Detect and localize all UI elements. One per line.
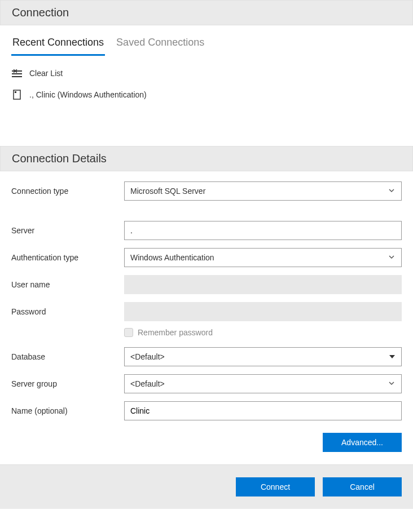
server-label: Server <box>11 226 124 235</box>
server-group-value: <Default> <box>130 379 165 388</box>
database-value: <Default> <box>130 352 165 361</box>
database-label: Database <box>11 352 124 361</box>
chevron-down-icon <box>388 253 395 262</box>
tab-saved-label: Saved Connections <box>116 37 204 48</box>
connection-details-form: Connection type Microsoft SQL Server Ser… <box>0 171 413 420</box>
connection-type-value: Microsoft SQL Server <box>130 187 205 196</box>
connection-type-label: Connection type <box>11 187 124 196</box>
chevron-down-icon <box>388 379 395 388</box>
password-input <box>124 302 402 321</box>
connection-title: Connection <box>12 6 69 19</box>
server-group-select[interactable]: <Default> <box>124 374 402 393</box>
connection-details-title: Connection Details <box>12 152 107 165</box>
username-label: User name <box>11 280 124 289</box>
advanced-button[interactable]: Advanced... <box>323 433 402 452</box>
name-label: Name (optional) <box>11 406 124 415</box>
clear-list-icon <box>11 68 23 78</box>
server-icon <box>11 90 23 100</box>
remember-password-checkbox <box>124 328 133 337</box>
cancel-button-label: Cancel <box>350 482 375 491</box>
clear-list-label: Clear List <box>29 69 63 78</box>
tab-recent-connections[interactable]: Recent Connections <box>11 33 105 56</box>
tab-saved-connections[interactable]: Saved Connections <box>115 33 205 56</box>
connection-details-header: Connection Details <box>0 146 413 171</box>
username-input <box>124 275 402 294</box>
auth-type-select[interactable]: Windows Authentication <box>124 248 402 267</box>
connection-type-select[interactable]: Microsoft SQL Server <box>124 181 402 201</box>
tabs: Recent Connections Saved Connections <box>0 25 413 56</box>
footer: Connect Cancel <box>0 464 413 509</box>
server-input[interactable] <box>124 221 402 240</box>
cancel-button[interactable]: Cancel <box>323 477 402 496</box>
name-input[interactable] <box>124 401 402 420</box>
connect-button[interactable]: Connect <box>236 477 315 496</box>
advanced-button-label: Advanced... <box>341 438 383 447</box>
connect-button-label: Connect <box>261 482 290 491</box>
svg-rect-6 <box>15 91 16 93</box>
caret-down-icon <box>389 355 395 358</box>
clear-list-button[interactable]: Clear List <box>11 63 402 84</box>
connection-header: Connection <box>0 0 413 25</box>
password-label: Password <box>11 307 124 316</box>
remember-password-label: Remember password <box>138 328 213 337</box>
chevron-down-icon <box>388 187 395 196</box>
recent-connection-item[interactable]: ., Clinic (Windows Authentication) <box>11 84 402 105</box>
database-combobox[interactable]: <Default> <box>124 347 402 366</box>
recent-connections-list: Clear List ., Clinic (Windows Authentica… <box>0 56 413 146</box>
tab-recent-label: Recent Connections <box>12 37 104 48</box>
auth-type-label: Authentication type <box>11 253 124 262</box>
recent-connection-label: ., Clinic (Windows Authentication) <box>29 90 147 99</box>
auth-type-value: Windows Authentication <box>130 253 214 262</box>
svg-rect-5 <box>14 90 20 99</box>
server-group-label: Server group <box>11 379 124 388</box>
